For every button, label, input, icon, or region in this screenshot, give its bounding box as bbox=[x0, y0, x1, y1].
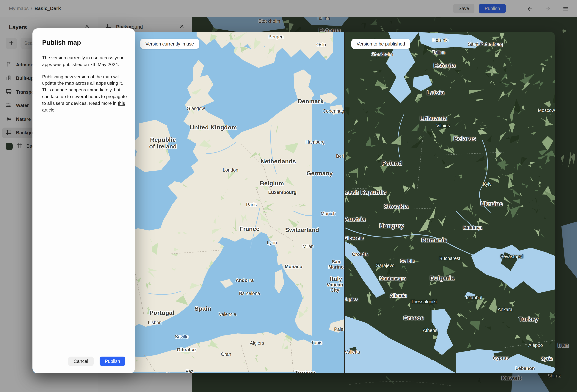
cancel-button[interactable]: Cancel bbox=[68, 356, 94, 366]
dialog-paragraph-2: Publishing new version of the map will u… bbox=[42, 74, 127, 113]
publish-map-dialog: Publish map The version currently in use… bbox=[33, 28, 135, 373]
map-version-new: HelsinkiSaint PetersburgStockholmTallinn… bbox=[344, 32, 555, 373]
version-current-chip: Version currently in use bbox=[140, 39, 199, 49]
map-editor-app: My maps / Basic_Dark Save Publish Layers… bbox=[0, 0, 577, 392]
version-new-chip: Version to be published bbox=[351, 39, 410, 49]
dialog-paragraph-1: The version currently in use across your… bbox=[42, 55, 127, 68]
dialog-title: Publish map bbox=[42, 39, 125, 47]
compare-split-divider bbox=[344, 32, 345, 373]
publish-button[interactable]: Publish bbox=[100, 356, 125, 366]
